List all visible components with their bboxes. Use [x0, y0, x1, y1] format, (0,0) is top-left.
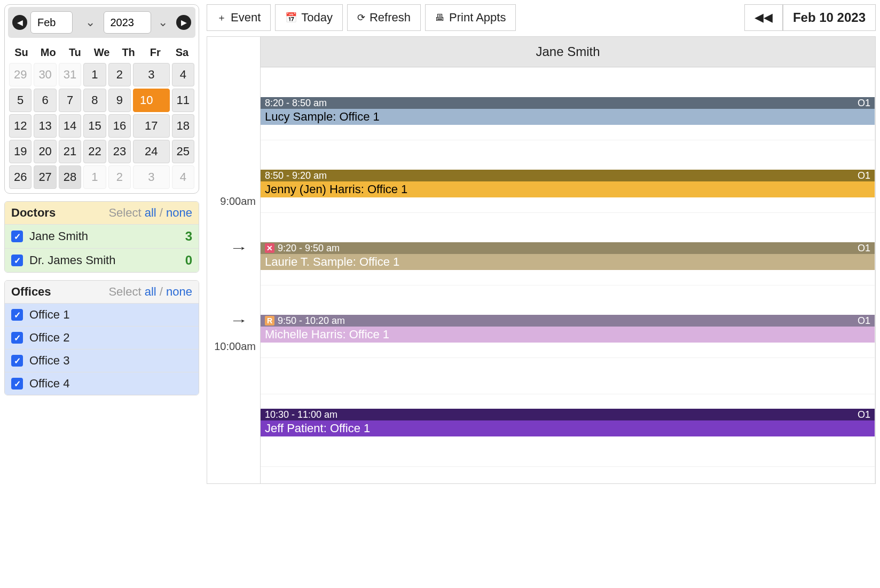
cal-day[interactable]: 1	[83, 63, 106, 86]
offices-select-all[interactable]: all	[145, 285, 156, 298]
cal-day[interactable]: 11	[172, 89, 194, 112]
cal-day[interactable]: 9	[108, 89, 131, 112]
cal-day[interactable]: 24	[133, 140, 169, 163]
doctor-row[interactable]: Dr. James Smith0	[5, 248, 199, 272]
doctors-title: Doctors	[11, 206, 56, 220]
cal-dow: Sa	[169, 43, 195, 62]
appointment[interactable]: 10:30 - 11:00 amO1Jeff Patient: Office 1	[261, 409, 875, 483]
appointment[interactable]: 8:50 - 9:20 amO1Jenny (Jen) Harris: Offi…	[261, 170, 875, 238]
appt-body: Jeff Patient: Office 1	[261, 420, 875, 436]
cal-day[interactable]: 3	[133, 165, 169, 189]
schedule: Jane Smith 9:00am10:00am→→ 8:20 - 8:50 a…	[207, 36, 876, 484]
hour-label: 9:00am	[220, 195, 256, 208]
cal-day[interactable]: 14	[59, 114, 81, 138]
cal-next-button[interactable]: ▶	[176, 15, 191, 30]
office-name: Office 2	[29, 331, 69, 345]
cal-day[interactable]: 22	[83, 140, 106, 163]
appt-office-tag: O1	[858, 243, 870, 254]
office-name: Office 3	[29, 354, 69, 368]
offices-title: Offices	[11, 285, 51, 299]
appt-time: 8:20 - 8:50 am	[265, 98, 327, 109]
office-row[interactable]: Office 4	[5, 372, 199, 395]
cal-day[interactable]: 3	[133, 63, 169, 86]
cal-day[interactable]: 6	[34, 89, 56, 112]
cal-day[interactable]: 4	[172, 63, 194, 86]
cal-day[interactable]: 19	[9, 140, 32, 163]
schedule-column[interactable]: 8:20 - 8:50 amO1Lucy Sample: Office 18:5…	[261, 67, 875, 483]
cal-day[interactable]: 12	[9, 114, 32, 138]
appointment[interactable]: ✕9:20 - 9:50 amO1Laurie T. Sample: Offic…	[261, 242, 875, 311]
print-button[interactable]: 🖶Print Appts	[425, 4, 516, 31]
doctors-select-links: Select all / none	[108, 206, 192, 220]
cal-dow: Mo	[35, 43, 61, 62]
cal-dow: Su	[8, 43, 35, 62]
checkbox[interactable]	[11, 378, 23, 390]
checkbox[interactable]	[11, 231, 23, 242]
appt-time: 9:20 - 9:50 am	[278, 243, 340, 254]
checkbox[interactable]	[11, 255, 23, 266]
appt-office-tag: O1	[858, 98, 870, 109]
appt-time: 8:50 - 9:20 am	[265, 170, 327, 181]
cal-days-grid: 2930311234567891011121314151617181920212…	[8, 62, 195, 190]
cal-day[interactable]: 31	[59, 63, 81, 86]
cal-day[interactable]: 26	[9, 165, 32, 189]
doctors-panel: Doctors Select all / none Jane Smith3Dr.…	[4, 201, 199, 273]
cal-day[interactable]: 18	[172, 114, 194, 138]
cal-day[interactable]: 8	[83, 89, 106, 112]
arrow-icon: →	[230, 314, 247, 328]
cal-day[interactable]: 20	[34, 140, 56, 163]
date-prev-button[interactable]: ◀◀	[744, 4, 783, 31]
cal-day[interactable]: 2	[108, 63, 131, 86]
checkbox[interactable]	[11, 309, 23, 321]
cal-day[interactable]: 10	[133, 89, 169, 112]
year-select[interactable]: 2023	[104, 11, 151, 34]
cal-day[interactable]: 17	[133, 114, 169, 138]
office-row[interactable]: Office 3	[5, 349, 199, 372]
office-row[interactable]: Office 1	[5, 303, 199, 326]
doctors-select-none[interactable]: none	[166, 206, 192, 219]
appointment[interactable]: R9:50 - 10:20 amO1Michelle Harris: Offic…	[261, 315, 875, 383]
office-row[interactable]: Office 2	[5, 326, 199, 349]
appt-flag-icon: ✕	[265, 243, 274, 253]
today-button[interactable]: 📅Today	[275, 4, 343, 31]
event-button[interactable]: ＋Event	[207, 4, 271, 31]
print-icon: 🖶	[435, 12, 445, 23]
doctor-name: Jane Smith	[29, 229, 88, 243]
cal-day[interactable]: 4	[172, 165, 194, 189]
month-select[interactable]: Feb	[30, 11, 73, 34]
cal-day[interactable]: 28	[59, 165, 81, 189]
cal-day[interactable]: 13	[34, 114, 56, 138]
doctors-list: Jane Smith3Dr. James Smith0	[5, 224, 199, 272]
appt-office-tag: O1	[858, 170, 870, 181]
mini-calendar: ◀ Feb 2023 ▶ SuMoTuWeThFrSa 293031123456…	[4, 4, 199, 194]
doctors-select-all[interactable]: all	[145, 206, 156, 219]
cal-day[interactable]: 7	[59, 89, 81, 112]
cal-day[interactable]: 23	[108, 140, 131, 163]
refresh-button[interactable]: ⟳Refresh	[347, 4, 421, 31]
cal-day[interactable]: 29	[9, 63, 32, 86]
current-date-button[interactable]: Feb 10 2023	[783, 4, 876, 31]
checkbox[interactable]	[11, 355, 23, 367]
appt-body: Jenny (Jen) Harris: Office 1	[261, 181, 875, 197]
cal-day[interactable]: 15	[83, 114, 106, 138]
cal-day[interactable]: 2	[108, 165, 131, 189]
cal-day[interactable]: 1	[83, 165, 106, 189]
cal-day[interactable]: 16	[108, 114, 131, 138]
cal-day[interactable]: 27	[34, 165, 56, 189]
appointment[interactable]: 8:20 - 8:50 amO1Lucy Sample: Office 1	[261, 97, 875, 165]
office-name: Office 4	[29, 377, 69, 391]
cal-day[interactable]: 30	[34, 63, 56, 86]
checkbox[interactable]	[11, 332, 23, 344]
cal-dow-row: SuMoTuWeThFrSa	[8, 43, 195, 62]
appt-office-tag: O1	[858, 409, 870, 420]
doctor-row[interactable]: Jane Smith3	[5, 224, 199, 248]
cal-prev-button[interactable]: ◀	[12, 15, 27, 30]
plus-icon: ＋	[217, 11, 226, 24]
doctor-count: 3	[185, 229, 192, 244]
cal-dow: Tu	[61, 43, 88, 62]
cal-day[interactable]: 5	[9, 89, 32, 112]
cal-day[interactable]: 25	[172, 140, 194, 163]
doctor-name: Dr. James Smith	[29, 253, 115, 267]
cal-day[interactable]: 21	[59, 140, 81, 163]
offices-select-none[interactable]: none	[166, 285, 192, 298]
